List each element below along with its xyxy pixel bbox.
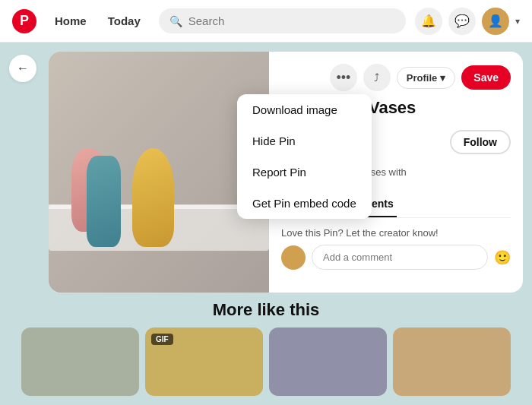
comments-prompt: Love this Pin? Let the creator know! [281, 227, 511, 239]
thumbnail-4[interactable] [393, 327, 511, 396]
nav-icons: 🔔 💬 👤 ▾ [415, 8, 520, 35]
pin-row: ← → [9, 52, 523, 293]
vase-yellow [132, 148, 174, 247]
thumbnails-row: GIF [9, 327, 523, 396]
dropdown-item-hide[interactable]: Hide Pin [237, 125, 372, 157]
back-button[interactable]: ← [9, 55, 36, 82]
avatar-icon: 👤 [488, 14, 503, 28]
dropdown-item-download[interactable]: Download image [237, 94, 372, 125]
more-title: More like this [9, 300, 523, 320]
main-area: ← → [0, 43, 532, 405]
pin-image-bg [49, 52, 269, 293]
search-input[interactable] [188, 14, 395, 27]
chevron-down-icon[interactable]: ▾ [515, 16, 520, 27]
pin-card: → → ••• ⤴ Profile ▾ Save Geometric Vases [49, 52, 523, 293]
back-col: ← [9, 52, 36, 293]
more-options-button[interactable]: ••• [330, 64, 357, 91]
save-button[interactable]: Save [461, 65, 511, 90]
vase-teal [87, 156, 121, 247]
dropdown-item-embed[interactable]: Get Pin embed code [237, 188, 372, 219]
more-section: More like this GIF [9, 300, 523, 396]
thumbnail-1[interactable] [21, 327, 139, 396]
pinterest-logo[interactable]: P [12, 9, 36, 33]
pin-actions-row: → → ••• ⤴ Profile ▾ Save [281, 64, 511, 91]
dropdown-item-report[interactable]: Report Pin [237, 157, 372, 188]
share-button[interactable]: ⤴ [363, 64, 391, 91]
notifications-button[interactable]: 🔔 [415, 8, 442, 35]
dropdown-menu: Download image Hide Pin Report Pin Get P… [237, 94, 372, 219]
avatar[interactable]: 👤 [482, 8, 509, 35]
user-avatar [281, 245, 306, 270]
nav-today[interactable]: Today [99, 8, 150, 33]
comment-input-row: 🙂 [281, 245, 511, 270]
search-bar[interactable]: 🔍 [159, 8, 406, 33]
chevron-icon: ▾ [440, 72, 445, 84]
gif-badge: GIF [151, 334, 173, 345]
pin-image [49, 52, 269, 293]
follow-button[interactable]: Follow [450, 130, 511, 154]
profile-dropdown-button[interactable]: Profile ▾ [397, 67, 455, 89]
emoji-button[interactable]: 🙂 [494, 249, 511, 266]
thumbnail-2[interactable]: GIF [145, 327, 263, 396]
search-icon: 🔍 [169, 15, 182, 27]
navbar: P Home Today 🔍 🔔 💬 👤 ▾ [0, 0, 532, 43]
nav-home[interactable]: Home [46, 8, 96, 33]
messages-button[interactable]: 💬 [448, 8, 476, 35]
thumbnail-3[interactable] [269, 327, 387, 396]
nav-links: Home Today [46, 8, 150, 33]
comment-input[interactable] [312, 245, 488, 270]
